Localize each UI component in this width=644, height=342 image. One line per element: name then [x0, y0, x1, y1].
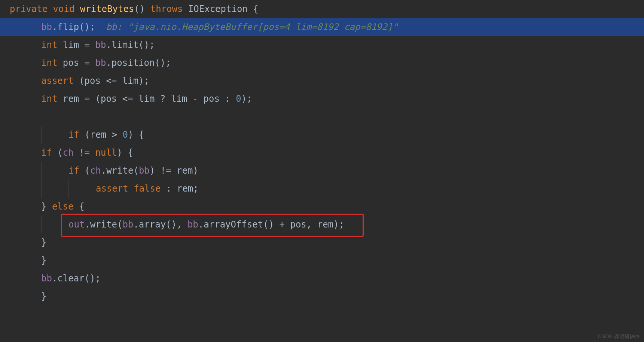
gutter — [0, 18, 10, 36]
token: rem = (pos <= lim ? lim - pos : — [63, 94, 236, 104]
gutter — [0, 54, 10, 72]
token: : rem; — [166, 183, 199, 194]
code-line[interactable]: bb.flip(); bb: "java.nio.HeapByteBuffer[… — [0, 18, 644, 36]
code-text: int lim = bb.limit(); — [10, 36, 155, 54]
token: .array(), — [133, 219, 187, 230]
token: } — [41, 237, 46, 248]
token: ) != rem) — [150, 165, 198, 176]
token: bb — [187, 219, 198, 230]
token: int — [41, 40, 63, 50]
gutter — [0, 90, 10, 108]
token: bb — [95, 58, 106, 68]
token: lim = — [63, 40, 95, 50]
token: () — [134, 4, 150, 14]
token: throws — [150, 4, 188, 14]
token: bb — [41, 22, 52, 32]
gutter — [0, 269, 10, 287]
code-line[interactable]: assert false : rem; — [0, 180, 644, 198]
code-editor[interactable]: { "watermark": "CSDN @明研java", "redbox":… — [0, 0, 644, 342]
code-line[interactable]: if (ch.write(bb) != rem) — [0, 162, 644, 180]
code-text: if (ch != null) { — [10, 144, 133, 162]
code-text: if (ch.write(bb) != rem) — [10, 162, 198, 180]
token: ( — [85, 165, 90, 176]
token: out — [68, 219, 85, 230]
token: ) { — [117, 147, 133, 158]
token: if — [41, 147, 57, 158]
token: bb — [95, 40, 106, 50]
gutter — [0, 251, 10, 269]
token: bb — [123, 219, 134, 230]
gutter — [0, 36, 10, 54]
code-text: int pos = bb.position(); — [10, 54, 171, 72]
gutter — [0, 108, 10, 126]
code-text: private void writeBytes() throws IOExcep… — [10, 0, 259, 18]
code-line[interactable]: } — [0, 287, 644, 305]
token: (rem > — [85, 129, 122, 140]
gutter — [0, 126, 10, 144]
token: .write( — [101, 165, 139, 176]
code-text: int rem = (pos <= lim ? lim - pos : 0); — [10, 90, 252, 108]
code-line[interactable]: bb.clear(); — [0, 269, 644, 287]
gutter — [0, 180, 10, 198]
gutter — [0, 72, 10, 90]
gutter — [0, 216, 10, 233]
token: .arrayOffset() + pos, rem); — [198, 219, 344, 230]
code-text: assert (pos <= lim); — [10, 72, 149, 90]
token: private — [10, 4, 53, 14]
token: int — [41, 94, 63, 104]
watermark: CSDN @明研java — [598, 333, 640, 340]
token: else — [52, 201, 79, 212]
token: .flip(); — [52, 22, 106, 32]
token: .limit(); — [106, 40, 155, 50]
token: ) { — [128, 129, 144, 140]
code-text: bb.flip(); bb: "java.nio.HeapByteBuffer[… — [10, 18, 398, 36]
code-line[interactable]: if (ch != null) { — [0, 144, 644, 162]
token: writeBytes — [80, 4, 134, 14]
token: if — [68, 129, 85, 140]
code-line[interactable]: int lim = bb.limit(); — [0, 36, 644, 54]
code-line[interactable]: } else { — [0, 198, 644, 216]
gutter — [0, 162, 10, 180]
code-line[interactable]: int rem = (pos <= lim ? lim - pos : 0); — [0, 90, 644, 108]
token: assert — [41, 76, 79, 86]
token: IOException { — [188, 4, 259, 14]
token: int — [41, 58, 63, 68]
gutter — [0, 198, 10, 216]
token: null — [95, 147, 117, 158]
token: != — [74, 147, 95, 158]
code-text: } — [10, 251, 46, 269]
code-line[interactable] — [0, 108, 644, 126]
token: assert false — [96, 183, 166, 194]
token: 0 — [236, 94, 241, 104]
code-line[interactable]: } — [0, 233, 644, 251]
token: ( — [57, 147, 62, 158]
code-text: } else { — [10, 198, 85, 216]
gutter — [0, 144, 10, 162]
code-line[interactable]: assert (pos <= lim); — [0, 72, 644, 90]
code-text: } — [10, 287, 46, 305]
token: .position(); — [106, 58, 171, 68]
gutter — [0, 287, 10, 305]
code-line[interactable]: out.write(bb.array(), bb.arrayOffset() +… — [0, 216, 644, 233]
token: .clear(); — [52, 273, 101, 284]
code-text: } — [10, 233, 46, 251]
token: ch — [90, 165, 101, 176]
token: (pos <= lim); — [79, 76, 149, 86]
token: } — [41, 255, 46, 266]
code-line[interactable]: if (rem > 0) { — [0, 126, 644, 144]
token: bb: — [106, 22, 128, 32]
token: { — [79, 201, 84, 212]
code-text — [10, 108, 41, 126]
token: .write( — [85, 219, 122, 230]
code-line[interactable]: int pos = bb.position(); — [0, 54, 644, 72]
code-text: if (rem > 0) { — [10, 126, 144, 144]
token: if — [68, 165, 85, 176]
token: bb — [41, 273, 52, 284]
token: pos = — [63, 58, 95, 68]
token: 0 — [123, 129, 128, 140]
token: } — [41, 291, 46, 302]
token: } — [41, 201, 52, 212]
code-line[interactable]: } — [0, 251, 644, 269]
code-line[interactable]: private void writeBytes() throws IOExcep… — [0, 0, 644, 18]
token: void — [53, 4, 80, 14]
